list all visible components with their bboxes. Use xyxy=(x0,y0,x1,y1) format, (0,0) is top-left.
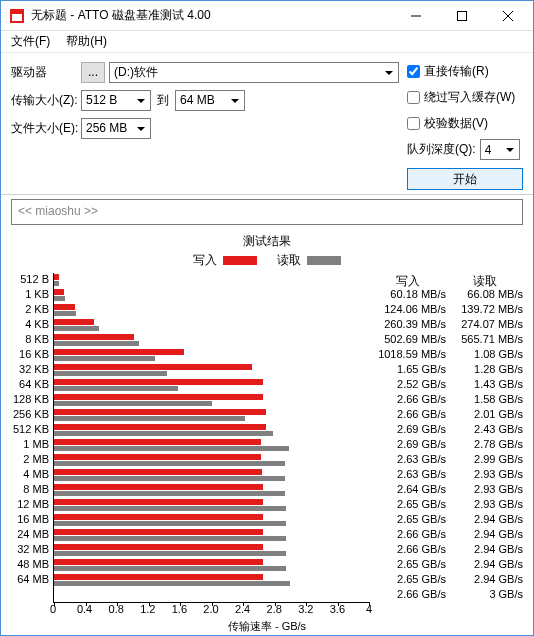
drive-select[interactable]: (D:)软件 xyxy=(109,62,399,83)
verify-checkbox[interactable] xyxy=(407,117,420,130)
direct-label: 直接传输(R) xyxy=(424,63,489,80)
file-size-label: 文件大小(E): xyxy=(11,120,81,137)
bypass-checkbox[interactable] xyxy=(407,91,420,104)
start-button[interactable]: 开始 xyxy=(407,168,523,190)
titlebar: 无标题 - ATTO 磁盘基准测试 4.00 xyxy=(1,1,533,31)
app-icon xyxy=(9,8,25,24)
minimize-button[interactable] xyxy=(393,1,439,31)
window-title: 无标题 - ATTO 磁盘基准测试 4.00 xyxy=(31,7,393,24)
write-speed-column: 写入60.18 MB/s124.06 MB/s260.39 MB/s502.69… xyxy=(369,273,446,603)
drive-label: 驱动器 xyxy=(11,64,81,81)
legend-read-swatch xyxy=(307,256,341,265)
menu-file[interactable]: 文件(F) xyxy=(5,31,56,52)
legend-write-swatch xyxy=(223,256,257,265)
legend-write-label: 写入 xyxy=(193,252,217,269)
file-size-select[interactable]: 256 MB xyxy=(81,118,151,139)
svg-rect-4 xyxy=(458,11,467,20)
transfer-from-select[interactable]: 512 B xyxy=(81,90,151,111)
menu-help[interactable]: 帮助(H) xyxy=(60,31,113,52)
bypass-label: 绕过写入缓存(W) xyxy=(424,89,515,106)
qdepth-select[interactable]: 4 xyxy=(480,139,520,160)
close-button[interactable] xyxy=(485,1,531,31)
transfer-to-select[interactable]: 64 MB xyxy=(175,90,245,111)
chart-xtitle: 传输速率 - GB/s xyxy=(11,619,523,634)
verify-label: 校验数据(V) xyxy=(424,115,488,132)
svg-rect-2 xyxy=(12,11,22,14)
read-speed-column: 读取66.08 MB/s139.72 MB/s274.07 MB/s565.71… xyxy=(446,273,523,603)
menubar: 文件(F) 帮助(H) xyxy=(1,31,533,53)
maximize-button[interactable] xyxy=(439,1,485,31)
chart-ylabels: 512 B1 KB2 KB4 KB8 KB16 KB32 KB64 KB128 … xyxy=(11,273,53,603)
transfer-size-label: 传输大小(Z): xyxy=(11,92,81,109)
legend: 写入 读取 xyxy=(11,252,523,269)
chart-area xyxy=(53,273,369,603)
transfer-to-label: 到 xyxy=(157,92,169,109)
chart-xlabels: 00.40.81.21.62.02.42.83.23.64 xyxy=(53,603,369,617)
results-title: 测试结果 xyxy=(11,233,523,250)
qdepth-label: 队列深度(Q): xyxy=(407,141,476,158)
legend-read-label: 读取 xyxy=(277,252,301,269)
direct-checkbox[interactable] xyxy=(407,65,420,78)
drive-browse-button[interactable]: ... xyxy=(81,62,105,83)
description-input[interactable]: << miaoshu >> xyxy=(11,199,523,225)
